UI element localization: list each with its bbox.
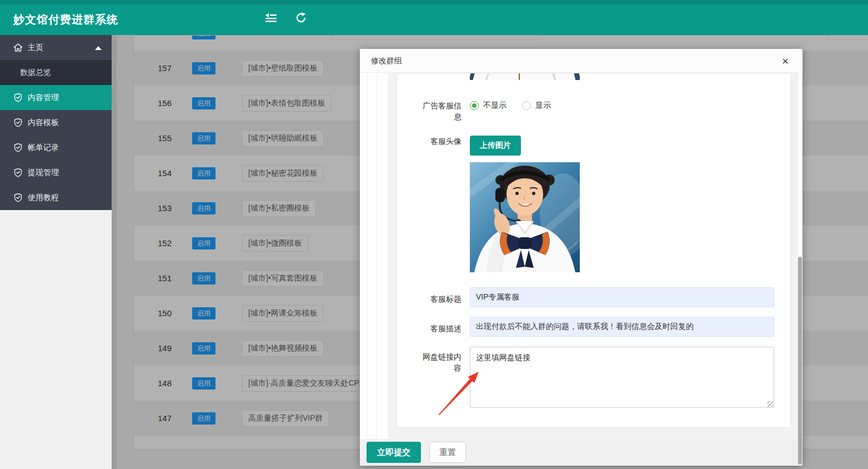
photo-strip-detail [470,73,475,80]
photo-strip-detail [519,73,520,80]
radio-unchecked-icon[interactable] [522,101,531,110]
radio-label: 不显示 [483,101,506,111]
customer-service-photo [470,162,580,272]
form-row-ad-service: 广告客服信息 不显示 显示 [397,100,790,122]
radio-option-show[interactable]: 显示 [522,101,551,111]
modal-inner-border-1 [367,73,368,439]
reset-button[interactable]: 重置 [429,442,466,463]
service-title-label: 客服标题 [397,287,461,307]
sidebar-menu: 主页数据总览内容管理内容模板帐单记录提现管理使用教程 [0,35,112,210]
service-title-input[interactable] [470,287,774,307]
radio-label: 显示 [535,101,551,111]
service-desc-input[interactable] [470,317,774,337]
ad-service-radio-group: 不显示 显示 [470,100,774,111]
header-top-edge [0,0,868,4]
app-root: 妙文馆付费进群系统 主页数据总览内容管理内容模板帐单记录提现管理使用教程 启用 [0,0,868,469]
form-row-netdisk: 网盘链接内容 这里填网盘链接 [397,347,790,408]
form-row-avatar: 客服头像 上传图片 [397,136,790,272]
top-header: 妙文馆付费进群系统 [0,0,868,35]
modal-title: 修改群组 [371,49,402,73]
collapse-menu-icon[interactable] [265,12,278,23]
modal-footer: 立即提交 重置 [360,439,802,466]
sidebar-item-label: 内容管理 [28,93,59,103]
close-icon[interactable]: × [778,54,792,68]
modal-scrollbar-thumb[interactable] [798,257,802,465]
form-row-service-title: 客服标题 [397,287,790,307]
sidebar-item-内容模板[interactable]: 内容模板 [0,110,112,135]
sidebar-item-label: 数据总览 [20,68,51,78]
scrolled-photo-bottom-edge [470,73,580,80]
radio-checked-icon[interactable] [470,101,479,110]
group-form-card: 广告客服信息 不显示 显示 [397,73,791,428]
sidebar-item-提现管理[interactable]: 提现管理 [0,160,112,185]
submit-button[interactable]: 立即提交 [367,442,421,463]
refresh-icon[interactable] [295,12,308,23]
photo-strip-detail [574,73,580,80]
sidebar-item-label: 主页 [28,43,43,53]
avatar-label: 客服头像 [397,136,461,272]
service-desc-label: 客服描述 [397,317,461,337]
home-icon [13,43,23,52]
edit-group-modal: 修改群组 × 广告客服信息 [360,49,802,466]
shield-check-icon [13,168,23,177]
modal-inner-border-2 [376,73,377,439]
sidebar-item-使用教程[interactable]: 使用教程 [0,185,112,210]
netdisk-label: 网盘链接内容 [397,347,461,408]
shield-check-icon [13,118,23,127]
ad-service-label: 广告客服信息 [397,100,461,122]
sidebar-item-label: 内容模板 [28,118,59,128]
sidebar-item-label: 帐单记录 [28,143,59,153]
sidebar-item-主页[interactable]: 主页 [0,35,112,60]
sidebar-item-数据总览[interactable]: 数据总览 [0,60,112,85]
netdisk-textarea[interactable]: 这里填网盘链接 [470,347,774,408]
shield-check-icon [13,193,23,202]
photo-strip-detail [485,73,489,80]
app-title: 妙文馆付费进群系统 [13,0,118,35]
modal-header: 修改群组 × [360,49,802,73]
shield-check-icon [13,93,23,102]
upload-image-button[interactable]: 上传图片 [470,136,521,156]
sidebar-item-内容管理[interactable]: 内容管理 [0,85,112,110]
radio-option-hide[interactable]: 不显示 [470,101,506,111]
sidebar-item-label: 提现管理 [28,168,59,178]
sidebar-item-帐单记录[interactable]: 帐单记录 [0,135,112,160]
sidebar-item-label: 使用教程 [28,193,59,203]
photo-strip-detail [552,73,556,80]
sidebar: 主页数据总览内容管理内容模板帐单记录提现管理使用教程 [0,35,112,469]
caret-up-icon [95,46,102,50]
form-row-service-desc: 客服描述 [397,317,790,337]
shield-check-icon [13,143,23,152]
modal-scroll-area: 广告客服信息 不显示 显示 [388,73,798,439]
